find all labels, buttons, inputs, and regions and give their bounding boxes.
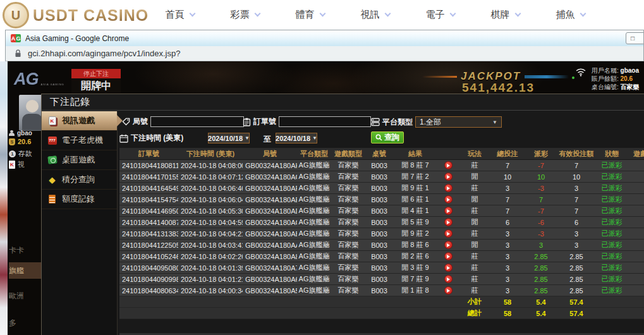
- table-row: 2410180441313832024-10-18 04:04:21GB0032…: [119, 228, 644, 240]
- nav-item-7[interactable]: 捕魚: [538, 0, 603, 30]
- nav-item-3[interactable]: 體育: [277, 0, 343, 30]
- order-cell: 241018044080634: [119, 285, 178, 296]
- bet-records-table: 訂單號下注時間 (美東)局號平台類型遊戲類型桌號結果玩法總投注派彩有效投注額狀態…: [119, 148, 644, 335]
- table-no-cell: B003: [365, 274, 393, 284]
- empty-cell: [437, 296, 459, 307]
- payout-cell: -3: [525, 228, 557, 239]
- status-cell: 已派彩: [595, 262, 628, 273]
- sidebar-item-4[interactable]: ◆積分查詢: [42, 170, 117, 190]
- date-from-value: 2024/10/18: [208, 135, 243, 142]
- modal-content: 局號 訂單號: [118, 111, 644, 335]
- round-cell: GB00324A180A5: [243, 285, 297, 296]
- nav-item-5[interactable]: 電子: [408, 0, 473, 30]
- play-video-button[interactable]: [444, 275, 453, 283]
- play-video-button[interactable]: [444, 229, 453, 238]
- platform-cell: AG旗艦廳: [297, 240, 331, 250]
- cards-icon: K: [47, 116, 58, 125]
- order-cell: 241018044164549: [119, 183, 178, 193]
- table-value: 百家樂: [621, 83, 640, 90]
- nav-item-1[interactable]: 首頁: [147, 0, 212, 30]
- search-button[interactable]: 查詢: [371, 131, 404, 143]
- result-cell: 閒 8 莊 7: [393, 160, 437, 171]
- nav-item-2[interactable]: 彩票: [212, 0, 277, 30]
- play-video-button[interactable]: [444, 184, 453, 192]
- order-input[interactable]: [279, 116, 371, 127]
- result-cell: 閒 1 莊 8: [393, 285, 437, 296]
- nav-item-label: 捕魚: [556, 9, 575, 21]
- game-cell: 百家樂: [331, 240, 365, 250]
- play-type-cell: 莊: [459, 251, 490, 262]
- date-from-select[interactable]: 2024/10/18 ▼: [208, 133, 250, 143]
- table-row: 2410180441225052024-10-18 04:03:41GB0032…: [119, 240, 644, 251]
- sidebar-item-label: 桌面遊戲: [62, 154, 95, 166]
- sidebar-item-3[interactable]: 桌面遊戲: [42, 150, 117, 170]
- nav-item-6[interactable]: 棋牌: [473, 0, 538, 30]
- video-cell: -: [628, 262, 644, 273]
- bg-video-label: 視: [18, 160, 25, 169]
- ag-logo-subtext: ASIA GAMING: [41, 83, 64, 86]
- column-header-3: 局號: [243, 148, 297, 159]
- date-to-select[interactable]: 2024/10/18 ▼: [276, 133, 317, 143]
- video-cell: -: [628, 194, 644, 205]
- sidebar-item-1[interactable]: K視訊遊戲: [42, 111, 117, 131]
- play-type-cell: 閒: [459, 217, 490, 228]
- bet-table-summary: 小計585.457.4總計585.457.4: [119, 296, 644, 319]
- play-video-button[interactable]: [444, 241, 453, 249]
- valid-bet-cell: 2.85: [557, 274, 595, 284]
- time-cell: 2024-10-18 04:06:46: [178, 183, 243, 193]
- order-cell: 241018044105246: [119, 251, 178, 262]
- window-title: Asia Gaming - Google Chrome: [25, 34, 129, 43]
- nav-item-4[interactable]: 視訊: [343, 0, 408, 30]
- empty-cell: [119, 296, 178, 307]
- summary-payout-cell: 5.4: [525, 296, 557, 307]
- play-video-button[interactable]: [444, 252, 453, 260]
- time-cell: 2024-10-18 04:00:34: [178, 285, 243, 296]
- sidebar-item-label: 額度記錄: [62, 193, 95, 205]
- time-cell: 2024-10-18 04:07:12: [178, 171, 243, 182]
- column-header-5: 遊戲類型: [331, 148, 365, 159]
- balance-value: 20.6: [621, 75, 633, 82]
- game-cell: 百家樂: [331, 160, 365, 171]
- valid-bet-cell: 3: [557, 228, 595, 239]
- table-row: 2410180441547542024-10-18 04:06:04GB0032…: [119, 194, 644, 205]
- play-video-button[interactable]: [444, 286, 453, 295]
- status-cell: 已派彩: [595, 240, 628, 250]
- window-restore-button[interactable]: □: [626, 32, 644, 44]
- empty-cell: [365, 296, 393, 307]
- play-video-button[interactable]: [444, 207, 453, 215]
- sidebar-item-2[interactable]: 777電子老虎機: [42, 131, 117, 150]
- payout-cell: -7: [525, 205, 557, 216]
- valid-bet-cell: 7: [557, 194, 595, 205]
- dropdown-arrow-icon: ▼: [245, 135, 250, 141]
- round-input[interactable]: [150, 116, 244, 127]
- round-cell: GB00324A180AA: [243, 240, 297, 250]
- table-no-cell: B003: [365, 217, 393, 228]
- chrome-address-bar[interactable]: gci.2hhapi.com/agingame/pcv1/index.jsp?: [5, 46, 644, 61]
- result-cell: 閒 6 莊 1: [393, 194, 437, 205]
- play-video-button[interactable]: [444, 195, 453, 204]
- table-no-cell: B003: [365, 262, 393, 273]
- table-no-cell: B003: [365, 194, 393, 205]
- play-type-cell: 閒: [459, 240, 490, 250]
- valid-bet-cell: 2.85: [557, 285, 595, 296]
- game-cell: 百家樂: [331, 262, 365, 273]
- video-cell: -: [628, 217, 644, 228]
- summary-label-cell: 小計: [459, 296, 490, 307]
- status-cell: 已派彩: [595, 285, 628, 296]
- time-cell: 2024-10-18 04:04:21: [178, 228, 243, 239]
- table-status-banner: 停止下注 開牌中: [71, 69, 121, 93]
- platform-select[interactable]: 1.全部 ▼: [415, 116, 502, 128]
- bg-deposit-row: 1 存款: [9, 149, 41, 159]
- play-video-button[interactable]: [444, 173, 453, 181]
- money-bag-icon: $: [9, 138, 15, 145]
- play-video-button[interactable]: [444, 161, 453, 169]
- total-bet-cell: 3: [490, 240, 525, 250]
- sidebar-item-5[interactable]: 額度記錄: [42, 190, 117, 209]
- chevron-down-icon: [254, 11, 260, 17]
- casino-logo-link[interactable]: U USDT CASINO: [3, 1, 149, 30]
- summary-payout-cell: 5.4: [525, 308, 557, 319]
- play-video-button[interactable]: [444, 264, 453, 272]
- play-video-button[interactable]: [444, 218, 453, 226]
- round-cell: GB00324A180AB: [243, 228, 297, 239]
- total-bet-cell: 7: [490, 160, 525, 171]
